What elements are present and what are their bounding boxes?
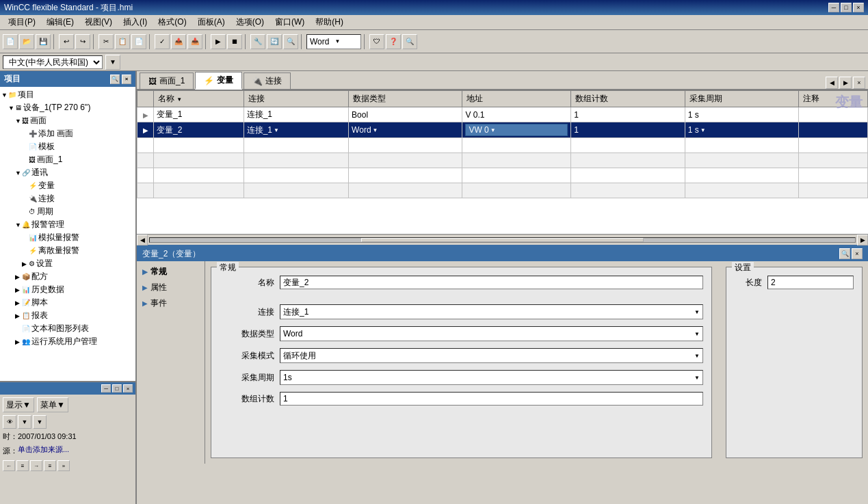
horizontal-scrollbar[interactable]: ◀ ▶ [137,234,868,245]
scroll-right-button[interactable]: ▶ [857,235,868,246]
col-datatype[interactable]: 数据类型 [349,91,462,107]
scroll-left-button[interactable]: ◀ [137,235,148,246]
prop-close-icon[interactable]: × [852,248,863,259]
cell-cycle[interactable]: 1 s [685,107,798,122]
cell-connection[interactable]: 连接_1 ▼ [244,122,348,138]
cell-name[interactable]: 变量_1 [154,107,244,122]
bl-menu-dropdown[interactable]: 菜单▼ [37,397,68,412]
tree-item-vars[interactable]: ⚡ 变量 [1,179,134,192]
tree-item-device[interactable]: ▼ 🖥 设备_1(TP 270 6'') [1,101,134,114]
tree-item-connections[interactable]: 🔌 连接 [1,192,134,205]
tab-prev-button[interactable]: ◀ [826,77,838,89]
table-row[interactable]: ▶ 变量_2 连接_1 ▼ Word [137,122,868,138]
tree-item-scripts[interactable]: ▶ 📝 脚本 [1,296,134,309]
save-button[interactable]: 💾 [36,34,51,49]
name-input[interactable]: 变量_2 [280,276,703,289]
bl-align-center[interactable]: ≡ [16,460,29,471]
col-cycle[interactable]: 采集周期 [685,91,798,107]
tree-item-user-mgmt[interactable]: ▶ 👥 运行系统用户管理 [1,335,134,348]
bl-icon1[interactable]: 👁 [3,415,16,429]
tree-item-discrete-alarm[interactable]: ⚡ 离散量报警 [1,244,134,257]
tree-item-cycles[interactable]: ⏱ 周期 [1,205,134,218]
cell-datatype[interactable]: Word ▼ [349,122,462,138]
tree-item-alarm-mgmt[interactable]: ▼ 🔔 报警管理 [1,218,134,231]
tree-item-screens[interactable]: ▼ 🖼 画面 [1,114,134,127]
refresh-button[interactable]: 🔄 [267,34,282,49]
language-select[interactable]: 中文(中华人民共和国) English [3,55,103,69]
lang-dropdown-btn[interactable]: ▼ [105,55,120,70]
project-search-icon[interactable]: 🔍 [110,75,120,84]
prop-nav-general[interactable]: ▶ 常规 [140,264,202,280]
redo-button[interactable]: ↪ [75,34,90,49]
tree-item-recipes[interactable]: ▶ 📦 配方 [1,270,134,283]
datatype-select[interactable]: Word ▼ [280,326,703,341]
prop-search-icon[interactable]: 🔍 [839,248,850,259]
tree-item-template[interactable]: 📄 模板 [1,140,134,153]
close-button[interactable]: × [853,3,864,12]
tools-button[interactable]: 🔧 [250,34,265,49]
transfer-button[interactable]: 📤 [171,34,186,49]
bl-dropdown2[interactable]: ▼ [33,415,47,429]
acqmode-select[interactable]: 循环使用 ▼ [280,348,703,363]
tab-connections[interactable]: 🔌 连接 [244,72,291,89]
bl-max-button[interactable]: □ [112,384,122,393]
cell-name[interactable]: 变量_2 [154,122,244,138]
cell-arraycount[interactable]: 1 [571,107,685,122]
tb-extra3[interactable]: 🔍 [402,34,417,49]
prop-nav-attributes[interactable]: ▶ 属性 [140,280,202,295]
tab-screen[interactable]: 🖼 画面_1 [140,72,194,89]
tab-close-button[interactable]: × [853,77,865,89]
cell-connection[interactable]: 连接_1 [244,107,348,122]
col-address[interactable]: 地址 [462,91,571,107]
cycle-select[interactable]: 1s ▼ [280,370,703,385]
bl-dropdown1[interactable]: ▼ [18,415,31,429]
tree-item-comms[interactable]: ▼ 🔗 通讯 [1,166,134,179]
bl-more[interactable]: » [57,460,70,471]
tree-item-settings[interactable]: ▶ ⚙ 设置 [1,257,134,270]
tb-extra2[interactable]: ❓ [386,34,401,49]
menu-project[interactable]: 项目(P) [3,15,41,29]
bl-close-button[interactable]: × [123,384,133,393]
cell-cycle[interactable]: 1 s ▼ [685,122,798,138]
project-close-icon[interactable]: × [122,75,131,84]
word-dropdown[interactable]: Word ▼ [306,34,361,49]
prop-nav-events[interactable]: ▶ 事件 [140,295,202,311]
tree-item-screen1[interactable]: 🖼 画面_1 [1,153,134,166]
menu-help[interactable]: 帮助(H) [310,15,349,29]
menu-panel[interactable]: 面板(A) [192,15,231,29]
open-button[interactable]: 📂 [19,34,34,49]
cell-datatype[interactable]: Bool [349,107,462,122]
menu-window[interactable]: 窗口(W) [269,15,310,29]
menu-edit[interactable]: 编辑(E) [41,15,79,29]
cell-address[interactable]: V 0.1 [462,107,571,122]
cell-comment[interactable] [799,122,868,138]
stop-button[interactable]: ⏹ [227,34,242,49]
bl-align-right[interactable]: → [30,460,42,471]
arraycount-input[interactable]: 1 [280,392,703,406]
maximize-button[interactable]: □ [841,3,852,12]
paste-button[interactable]: 📄 [131,34,146,49]
tree-item-analog-alarm[interactable]: 📊 模拟量报警 [1,231,134,244]
bl-align-left[interactable]: ← [3,460,15,471]
tree-item-reports[interactable]: ▶ 📋 报表 [1,309,134,322]
variable-table-area[interactable]: 名称 ▼ 连接 数据类型 地址 数组计数 采集周期 注释 ▶ [137,90,868,234]
minimize-button[interactable]: ─ [828,3,839,12]
menu-insert[interactable]: 插入(I) [118,15,153,29]
menu-format[interactable]: 格式(O) [153,15,192,29]
tree-item-historical[interactable]: ▶ 📊 历史数据 [1,283,134,296]
connection-select[interactable]: 连接_1 ▼ [280,304,703,319]
bl-display-dropdown[interactable]: 显示▼ [3,397,34,412]
col-arraycount[interactable]: 数组计数 [571,91,685,107]
cell-address[interactable]: VW 0 ▼ [462,122,571,138]
length-input[interactable]: 2 [767,276,854,289]
download-button[interactable]: 📥 [187,34,202,49]
tree-item-textgraphic[interactable]: 📄 文本和图形列表 [1,322,134,335]
tab-next-button[interactable]: ▶ [839,77,852,89]
table-row[interactable]: ▶ 变量_1 连接_1 Bool V 0.1 1 1 s [137,107,868,122]
cell-arraycount[interactable]: 1 [571,122,685,138]
bl-align-justify[interactable]: ≡ [44,460,56,471]
undo-button[interactable]: ↩ [59,34,74,49]
tab-vars[interactable]: ⚡ 变量 [195,72,242,90]
bl-min-button[interactable]: ─ [101,384,111,393]
menu-view[interactable]: 视图(V) [79,15,118,29]
